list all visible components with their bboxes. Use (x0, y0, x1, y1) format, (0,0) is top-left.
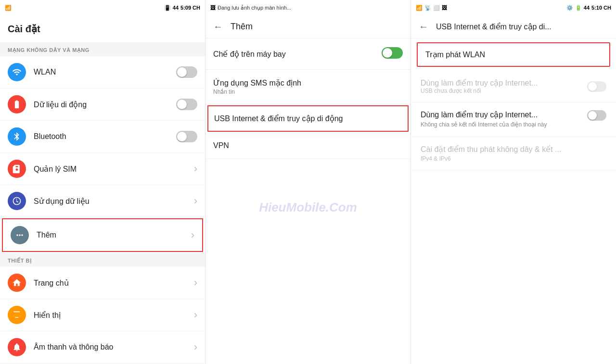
settings-item-mobile-data[interactable]: Dữ liệu di động (0, 88, 205, 121)
more-chevron (191, 229, 194, 241)
settings-item-display[interactable]: Hiển thị (0, 299, 205, 331)
them-header: ← Thêm (205, 15, 411, 38)
data-usage-chevron (194, 195, 197, 207)
wifi-right: 📡 (424, 5, 431, 11)
bluetooth-toggle-container[interactable] (176, 131, 197, 142)
mobile-data-text: Dữ liệu di động (34, 100, 176, 109)
screenshot-text: Đang lưu ảnh chụp màn hình... (218, 5, 291, 11)
mobile-data-icon (8, 95, 26, 113)
menu-item-usb[interactable]: USB Internet & điểm truy cập di động (207, 105, 409, 132)
bluetooth-icon (8, 127, 26, 146)
battery-right: 🔋 (575, 5, 582, 11)
time-left: 5:09 CH (180, 5, 200, 11)
them-panel: ← Thêm Chế độ trên máy bay .toggle.on::a… (205, 15, 411, 364)
watermark: HieuMobile.Com (259, 200, 357, 214)
data-usage-icon (8, 192, 26, 210)
sim-chevron (194, 163, 197, 175)
mobile-hotspot-text: Dùng làm điểm truy cập Internet... Không… (421, 110, 581, 129)
sms-text: Ứng dụng SMS mặc định Nhắn tin (213, 78, 403, 95)
status-right-right: ⚙️ 🔋 44 5:10 CH (566, 5, 611, 11)
menu-item-vpn[interactable]: VPN (205, 133, 411, 159)
usb-internet-title: USB Internet & điểm truy cập di... (436, 22, 552, 31)
menu-item-airplane[interactable]: Chế độ trên máy bay .toggle.on::after { … (205, 38, 411, 70)
signal-right: 📶 (416, 5, 423, 11)
them-title: Thêm (231, 22, 253, 32)
bluetooth-text: Bluetooth (34, 132, 176, 141)
signal-icon: 📶 (5, 5, 12, 11)
sound-text: Âm thanh và thông báo (34, 343, 194, 351)
menu-item-sms[interactable]: Ứng dụng SMS mặc định Nhắn tin (205, 70, 411, 104)
wlan-text: WLAN (34, 68, 176, 76)
status-icons-left: 📶 (5, 5, 12, 11)
screenshot-icon: 🖼 (210, 5, 216, 11)
more-icon (11, 226, 29, 244)
usb-internet-panel: ← USB Internet & điểm truy cập di... Trạ… (411, 15, 616, 364)
battery-pct-right: 44 (584, 5, 590, 11)
mobile-hotspot-item[interactable]: Dùng làm điểm truy cập Internet... Không… (411, 102, 616, 137)
settings-panel: Cài đặt MẠNG KHÔNG DÂY VÀ MẠNG WLAN Dữ l… (0, 15, 205, 364)
vibrate-icon: 📳 (164, 5, 171, 11)
sim-icon (8, 160, 26, 178)
more-text: Thêm (37, 231, 191, 239)
mobile-hotspot-toggle[interactable] (587, 110, 606, 121)
sim-text: Quản lý SIM (34, 164, 194, 174)
settings-item-sim[interactable]: Quản lý SIM (0, 153, 205, 185)
time-right: 5:10 CH (591, 5, 611, 11)
settings-item-bluetooth[interactable]: Bluetooth (0, 121, 205, 153)
display-chevron (194, 309, 197, 321)
usb-tethering-text: Dùng làm điểm truy cập Internet... USB c… (421, 78, 538, 94)
data-usage-text: Sử dụng dữ liệu (34, 197, 194, 206)
settings-title: Cài đặt (0, 15, 205, 42)
airplane-toggle[interactable]: .toggle.on::after { left: calc(100% - 22… (382, 47, 403, 59)
status-right-left: 📳 44 5:09 CH (164, 5, 200, 11)
section-network: MẠNG KHÔNG DÂY VÀ MẠNG (0, 42, 205, 56)
settings-item-wlan[interactable]: WLAN (0, 56, 205, 88)
sound-chevron (194, 341, 197, 353)
wlan-icon (8, 63, 26, 81)
wlan-hotspot-item[interactable]: Trạm phát WLAN (417, 42, 610, 67)
them-back-button[interactable]: ← (213, 21, 223, 32)
vpn-text: VPN (213, 141, 403, 150)
settings-item-home[interactable]: Trang chủ (0, 267, 205, 299)
settings-item-sound[interactable]: Âm thanh và thông báo (0, 331, 205, 364)
wifi-settings-item: Cài đặt điểm thu phát không dây & kết ..… (411, 137, 616, 170)
airplane-text: Chế độ trên máy bay (213, 50, 382, 59)
mobile-data-toggle-container[interactable] (176, 99, 197, 110)
usb-internet-header: ← USB Internet & điểm truy cập di... (411, 15, 616, 38)
sound-icon (8, 338, 26, 356)
settings-item-data-usage[interactable]: Sử dụng dữ liệu (0, 185, 205, 217)
display-icon (8, 306, 26, 324)
airplane-toggle-container[interactable]: .toggle.on::after { left: calc(100% - 22… (382, 47, 403, 61)
usb-tethering-toggle (587, 81, 606, 92)
home-text: Trang chủ (34, 278, 194, 288)
bluetooth-toggle[interactable] (176, 131, 197, 142)
usb-back-button[interactable]: ← (419, 21, 428, 32)
usb-internet-text: USB Internet & điểm truy cập di động (214, 114, 402, 123)
settings-icon: ⚙️ (566, 5, 573, 11)
mobile-data-toggle[interactable] (176, 99, 197, 110)
screenshot2-icon: 🖼 (442, 5, 447, 11)
battery-left: 44 (173, 5, 179, 11)
status-icons-middle: 🖼 Đang lưu ảnh chụp màn hình... (210, 5, 291, 11)
status-icons-right: 📶 📡 ⬜ 🖼 (416, 5, 447, 11)
wlan-hotspot-title: Trạm phát WLAN (425, 50, 602, 59)
nfc-icon: ⬜ (433, 5, 440, 11)
home-icon (8, 274, 26, 292)
home-chevron (194, 276, 197, 289)
wlan-toggle[interactable] (176, 66, 197, 78)
section-device: THIẾT BỊ (0, 253, 205, 267)
usb-tethering-item: Dùng làm điểm truy cập Internet... USB c… (411, 71, 616, 102)
display-text: Hiển thị (34, 311, 194, 320)
settings-item-more[interactable]: Thêm (2, 218, 203, 252)
wlan-toggle-container[interactable] (176, 66, 197, 78)
